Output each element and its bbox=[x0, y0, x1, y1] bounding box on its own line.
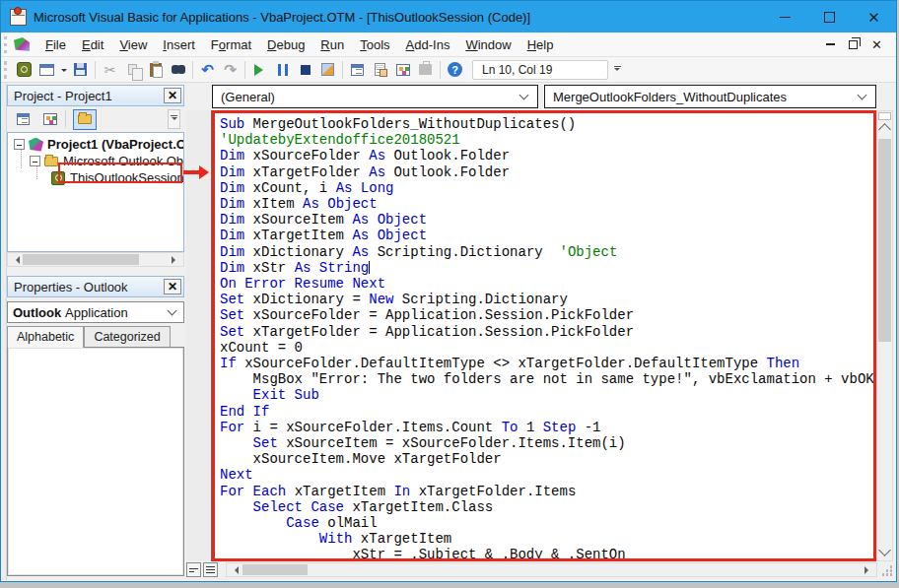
menu-item-help[interactable]: Help bbox=[519, 34, 562, 55]
code-line[interactable]: Set xDictionary = New Scripting.Dictiona… bbox=[220, 292, 873, 307]
view-code-button[interactable] bbox=[11, 109, 35, 130]
procedure-dropdown[interactable]: MergeOutlookFolders_WithoutDuplicates bbox=[544, 85, 876, 108]
project-panel-close-button[interactable]: ✕ bbox=[164, 88, 181, 103]
design-mode-button[interactable] bbox=[316, 59, 339, 81]
copy-button[interactable] bbox=[121, 59, 144, 81]
scroll-right-icon[interactable] bbox=[864, 566, 872, 574]
code-line[interactable]: Set xTargetFolder = Application.Session.… bbox=[220, 324, 873, 340]
code-line[interactable]: Dim xSourceItem As Object bbox=[220, 212, 873, 228]
code-line[interactable]: Dim xSourceFolder As Outlook.Folder bbox=[220, 148, 873, 163]
code-line[interactable]: Dim xStr As String bbox=[220, 260, 873, 276]
code-line[interactable]: Dim xTargetFolder As Outlook.Folder bbox=[220, 164, 873, 180]
minimize-button[interactable] bbox=[763, 1, 807, 33]
code-line[interactable]: xCount = 0 bbox=[220, 340, 873, 356]
project-toolbar-options-button[interactable] bbox=[168, 109, 180, 129]
mdi-restore-button[interactable] bbox=[849, 40, 858, 49]
toggle-folders-button[interactable] bbox=[73, 109, 97, 130]
code-line[interactable]: Case olMail bbox=[220, 515, 873, 531]
procedure-view-button[interactable] bbox=[186, 562, 201, 577]
menu-item-view[interactable]: View bbox=[111, 34, 155, 55]
code-line[interactable]: Exit Sub bbox=[220, 387, 873, 403]
scroll-down-icon[interactable] bbox=[878, 544, 891, 556]
menu-item-tools[interactable]: Tools bbox=[352, 34, 397, 55]
mdi-minimize-button[interactable] bbox=[826, 43, 835, 45]
menu-item-debug[interactable]: Debug bbox=[259, 34, 312, 55]
scrollbar-thumb[interactable] bbox=[242, 564, 308, 575]
code-line[interactable]: MsgBox "Error: The two folders are not i… bbox=[220, 371, 873, 387]
code-line[interactable]: 'UpdatebyExtendoffice20180521 bbox=[220, 132, 873, 148]
redo-button[interactable]: ↷ bbox=[219, 59, 242, 81]
menu-item-add-ins[interactable]: Add-Ins bbox=[398, 34, 458, 55]
cut-button[interactable]: ✂ bbox=[99, 59, 121, 81]
toolbar-options-button[interactable] bbox=[610, 59, 624, 81]
menu-item-window[interactable]: Window bbox=[457, 34, 519, 55]
project-tree-hscrollbar[interactable] bbox=[7, 252, 184, 267]
menu-item-format[interactable]: Format bbox=[203, 34, 259, 55]
code-line[interactable]: Set xSourceFolder = Application.Session.… bbox=[220, 307, 873, 323]
mdi-close-button[interactable]: ✕ bbox=[871, 38, 882, 51]
code-editor[interactable]: Sub MergeOutlookFolders_WithoutDuplicate… bbox=[212, 110, 876, 561]
code-line[interactable]: Dim xDictionary As Scripting.Dictionary … bbox=[220, 244, 873, 260]
close-button[interactable]: ✕ bbox=[852, 1, 896, 33]
properties-panel-titlebar[interactable]: Properties - Outlook ✕ bbox=[7, 276, 184, 297]
code-line[interactable]: On Error Resume Next bbox=[220, 276, 873, 292]
code-line[interactable]: Set xSourceItem = xSourceFolder.Items.It… bbox=[220, 435, 873, 451]
reset-button[interactable] bbox=[294, 59, 316, 81]
scroll-up-icon[interactable] bbox=[878, 123, 891, 136]
object-browser-button[interactable] bbox=[391, 59, 414, 81]
undo-button[interactable]: ↶ bbox=[196, 59, 219, 81]
tree-item-project-root[interactable]: Project1 (VbaProject.OTM) bbox=[14, 136, 183, 153]
collapse-icon[interactable] bbox=[30, 156, 40, 166]
project-explorer-button[interactable] bbox=[346, 59, 369, 81]
menu-item-edit[interactable]: Edit bbox=[74, 34, 111, 55]
view-outlook-button[interactable] bbox=[13, 59, 35, 81]
code-line[interactable]: Sub MergeOutlookFolders_WithoutDuplicate… bbox=[220, 116, 873, 132]
break-button[interactable] bbox=[271, 59, 294, 81]
toolbar-grip[interactable] bbox=[4, 61, 9, 79]
find-button[interactable] bbox=[167, 59, 189, 81]
properties-object-select[interactable]: Outlook Application bbox=[7, 301, 184, 323]
tab-alphabetic[interactable]: Alphabetic bbox=[7, 326, 84, 348]
run-button[interactable] bbox=[248, 59, 271, 81]
code-line[interactable]: End If bbox=[220, 404, 873, 420]
code-line[interactable]: For i = xSourceFolder.Items.Count To 1 S… bbox=[220, 420, 873, 435]
scrollbar-thumb[interactable] bbox=[878, 139, 891, 342]
code-line[interactable]: With xTargetItem bbox=[220, 531, 873, 547]
menu-item-run[interactable]: Run bbox=[312, 34, 352, 55]
code-line[interactable]: Select Case xTargetItem.Class bbox=[220, 499, 873, 515]
maximize-button[interactable] bbox=[807, 1, 852, 33]
object-dropdown[interactable]: (General) bbox=[212, 85, 538, 108]
code-line[interactable]: If xSourceFolder.DefaultItemType <> xTar… bbox=[220, 356, 873, 371]
menu-item-file[interactable]: File bbox=[37, 34, 74, 55]
insert-userform-button[interactable] bbox=[35, 59, 58, 81]
insert-dropdown-button[interactable] bbox=[58, 59, 69, 81]
code-line[interactable]: xStr = .Subject & .Body & .SentOn bbox=[220, 547, 873, 561]
toolbox-button[interactable] bbox=[414, 59, 437, 81]
menu-item-insert[interactable]: Insert bbox=[155, 34, 203, 55]
code-line[interactable]: Dim xTargetItem As Object bbox=[220, 228, 873, 243]
code-hscrollbar[interactable] bbox=[226, 562, 877, 577]
resize-grip[interactable] bbox=[879, 563, 893, 577]
code-line[interactable]: For Each xTargetItem In xTargetFolder.It… bbox=[220, 484, 873, 499]
project-panel-titlebar[interactable]: Project - Project1 ✕ bbox=[7, 85, 184, 106]
properties-panel-close-button[interactable]: ✕ bbox=[164, 279, 181, 294]
split-handle[interactable] bbox=[878, 112, 891, 120]
code-text[interactable]: Sub MergeOutlookFolders_WithoutDuplicate… bbox=[220, 116, 873, 561]
full-module-view-button[interactable] bbox=[203, 562, 218, 577]
scrollbar-thumb[interactable] bbox=[23, 254, 139, 265]
save-button[interactable] bbox=[69, 59, 92, 81]
properties-window-button[interactable] bbox=[369, 59, 391, 81]
properties-list[interactable] bbox=[7, 347, 184, 576]
view-object-button[interactable] bbox=[38, 109, 62, 130]
collapse-icon[interactable] bbox=[14, 139, 25, 150]
code-vscrollbar[interactable] bbox=[876, 110, 893, 561]
code-line[interactable]: Dim xItem As Object bbox=[220, 196, 873, 212]
tab-categorized[interactable]: Categorized bbox=[84, 326, 170, 347]
scroll-left-icon[interactable] bbox=[231, 566, 239, 574]
code-line[interactable]: Dim xCount, i As Long bbox=[220, 180, 873, 196]
scroll-right-icon[interactable] bbox=[172, 256, 179, 264]
code-line[interactable]: Next bbox=[220, 467, 873, 483]
help-button[interactable]: ? bbox=[444, 59, 466, 81]
code-line[interactable]: xSourceItem.Move xTargetFolder bbox=[220, 451, 873, 467]
scroll-left-icon[interactable] bbox=[12, 256, 20, 264]
